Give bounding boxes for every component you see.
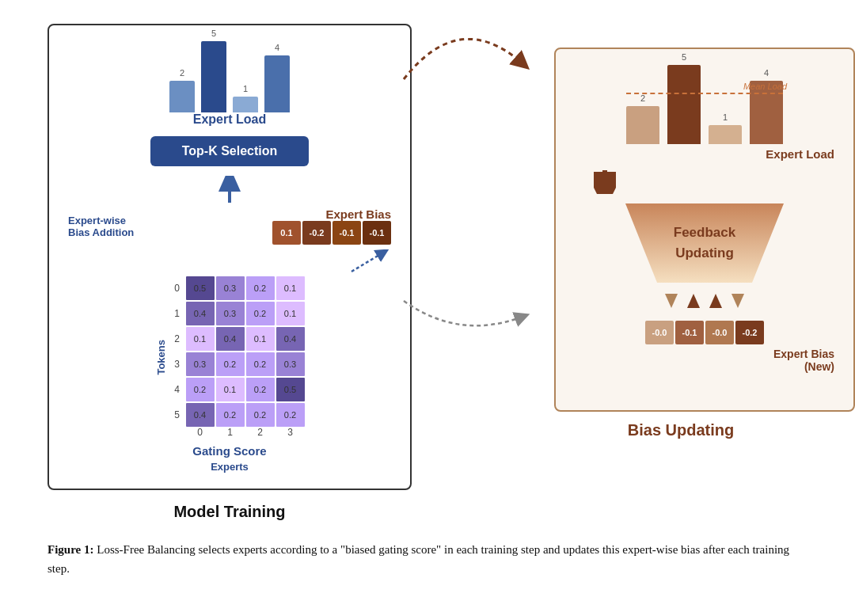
- matrix-cell: 0.4: [186, 403, 215, 427]
- matrix-row: 0.40.30.20.1: [186, 302, 305, 325]
- dotted-arrow-to-bias: [344, 249, 391, 273]
- connector-area: [412, 40, 507, 119]
- col-label: 2: [246, 427, 275, 438]
- bar-chart-left: 2514: [169, 41, 290, 112]
- expert-load-label-left: Expert Load: [193, 112, 266, 127]
- bias-cell-left: -0.1: [332, 221, 361, 245]
- matrix-cell: 0.2: [246, 352, 275, 376]
- svg-text:Updating: Updating: [675, 245, 734, 260]
- red-down-arrow: [575, 169, 834, 194]
- bar-left: 4: [264, 55, 290, 112]
- matrix-inner: 012345 0.50.30.20.10.40.30.20.10.10.40.1…: [170, 276, 305, 438]
- matrix-grid: 0.50.30.20.10.40.30.20.10.10.40.10.40.30…: [186, 276, 305, 427]
- experts-label: Experts: [211, 461, 249, 473]
- matrix-cell: 0.3: [186, 352, 215, 376]
- row-label: 1: [170, 302, 184, 325]
- col-label: 1: [216, 427, 245, 438]
- bar-chart-right: 2514Mean Load: [626, 65, 783, 144]
- matrix-cell: 0.1: [276, 302, 305, 325]
- left-section: 2514 Expert Load Top-K Selection: [48, 24, 412, 521]
- matrix-cell: 0.4: [216, 327, 245, 351]
- row-label: 2: [170, 327, 184, 351]
- row-label: 3: [170, 352, 184, 376]
- blue-arrow-up-icon: [214, 176, 245, 204]
- matrix-cell: 0.2: [216, 403, 245, 427]
- feedback-funnel: Feedback Updating: [618, 203, 792, 283]
- matrix-cell: 0.1: [216, 378, 245, 401]
- bias-cell-left: 0.1: [272, 221, 301, 245]
- svg-marker-13: [709, 294, 722, 308]
- model-training-label: Model Training: [173, 503, 285, 521]
- col-labels: 0123: [186, 427, 305, 438]
- expert-load-left: 2514 Expert Load: [68, 41, 391, 130]
- connector-svg: [380, 32, 538, 127]
- matrix-row: 0.10.40.10.4: [186, 327, 305, 351]
- matrix-cell: 0.2: [186, 378, 215, 401]
- matrix-cell: 0.2: [246, 302, 275, 325]
- bias-cell-right: -0.0: [705, 321, 734, 344]
- arrow-up-2: [709, 294, 722, 310]
- bar-right: 2: [626, 106, 659, 144]
- bias-cells-right: -0.0-0.1-0.0-0.2: [645, 321, 764, 344]
- bar-left: 2: [169, 81, 195, 112]
- caption: Figure 1: Loss-Free Balancing selects ex…: [48, 540, 808, 578]
- arrow-up-1: [687, 294, 700, 310]
- matrix-cell: 0.5: [276, 378, 305, 401]
- bar-left: 1: [233, 97, 258, 112]
- arrows-row: [665, 294, 744, 310]
- expert-load-label-right: Expert Load: [575, 147, 834, 161]
- row-label: 5: [170, 403, 184, 427]
- matrix-row: 0.20.10.20.5: [186, 378, 305, 401]
- matrix-row-labels: 012345: [170, 276, 184, 427]
- bar-right: 5: [667, 65, 701, 144]
- svg-marker-11: [665, 294, 678, 308]
- arrow-down-2: [732, 294, 744, 310]
- bias-cell-right: -0.0: [645, 321, 674, 344]
- bias-updating-label: Bias Updating: [628, 421, 734, 439]
- bias-cell-right: -0.1: [675, 321, 704, 344]
- matrix-cell: 0.1: [246, 327, 275, 351]
- svg-marker-12: [687, 294, 700, 308]
- matrix-cell: 0.1: [186, 327, 215, 351]
- svg-marker-8: [625, 203, 784, 283]
- bar-right: 1: [709, 125, 742, 144]
- figure-label: Figure 1:: [48, 543, 93, 556]
- funnel-svg: Feedback Updating: [618, 203, 792, 283]
- bias-cell-left: -0.1: [363, 221, 391, 245]
- matrix-cell: 0.5: [186, 276, 215, 300]
- matrix-row: 0.30.20.20.3: [186, 352, 305, 376]
- bias-cell-left: -0.2: [302, 221, 331, 245]
- matrix-with-labels: Tokens 012345 0.50.30.20.10.40.30.20.10.…: [155, 276, 305, 438]
- svg-marker-14: [732, 294, 744, 308]
- svg-text:Feedback: Feedback: [674, 225, 736, 240]
- col-label: 0: [186, 427, 215, 438]
- left-box: 2514 Expert Load Top-K Selection: [48, 24, 412, 490]
- matrix-section: Tokens 012345 0.50.30.20.10.40.30.20.10.…: [68, 276, 391, 473]
- row-label: 4: [170, 378, 184, 401]
- right-box: 2514Mean Load Expert Load: [554, 48, 855, 412]
- caption-text: Loss-Free Balancing selects experts acco…: [48, 543, 789, 575]
- svg-line-3: [352, 253, 383, 272]
- topk-box: Top-K Selection: [150, 136, 309, 166]
- tokens-label: Tokens: [155, 340, 167, 375]
- matrix-cell: 0.2: [216, 352, 245, 376]
- bias-addition-label: Expert-wiseBias Addition: [68, 215, 134, 238]
- matrix-cell: 0.4: [276, 327, 305, 351]
- gating-score-label: Gating Score: [192, 444, 266, 458]
- matrix-cell: 0.3: [216, 276, 245, 300]
- matrix-cell: 0.2: [246, 378, 275, 401]
- matrix-cell: 0.2: [246, 403, 275, 427]
- bias-cell-right: -0.2: [735, 321, 764, 344]
- matrix-cell: 0.2: [246, 276, 275, 300]
- matrix-cell: 0.1: [276, 276, 305, 300]
- row-label: 0: [170, 276, 184, 300]
- matrix-cell: 0.3: [216, 302, 245, 325]
- expert-bias-new-label: Expert Bias(New): [575, 348, 834, 373]
- matrix-cell: 0.4: [186, 302, 215, 325]
- matrix-cell: 0.3: [276, 352, 305, 376]
- caption-area: Figure 1: Loss-Free Balancing selects ex…: [48, 534, 808, 578]
- main-diagram: 2514 Expert Load Top-K Selection: [48, 24, 808, 521]
- right-section: 2514Mean Load Expert Load: [507, 24, 855, 439]
- bias-cells-left: 0.1-0.2-0.1-0.1: [272, 221, 391, 245]
- expert-bias-label: Expert Bias: [325, 207, 391, 221]
